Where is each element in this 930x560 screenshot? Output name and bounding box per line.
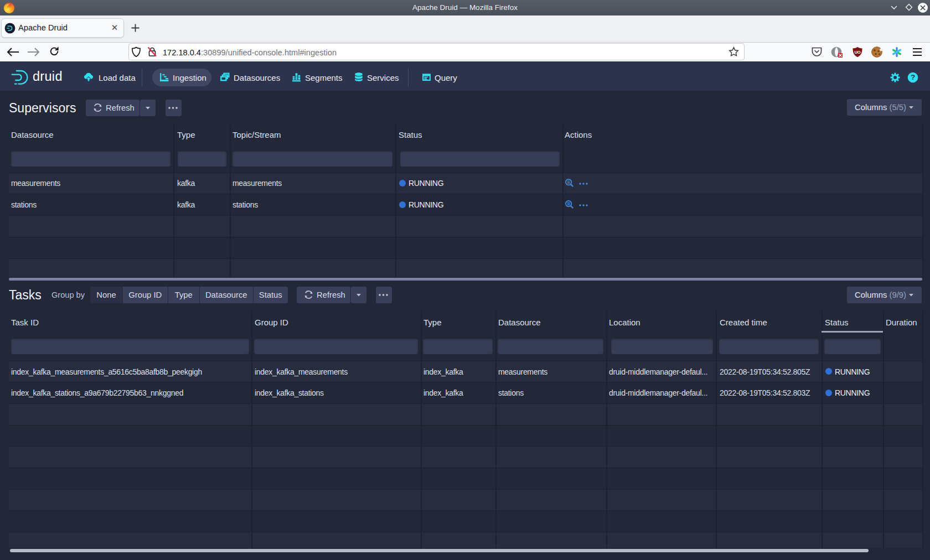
svg-text:?: ? [911, 73, 915, 81]
svg-text:UO: UO [854, 50, 860, 55]
